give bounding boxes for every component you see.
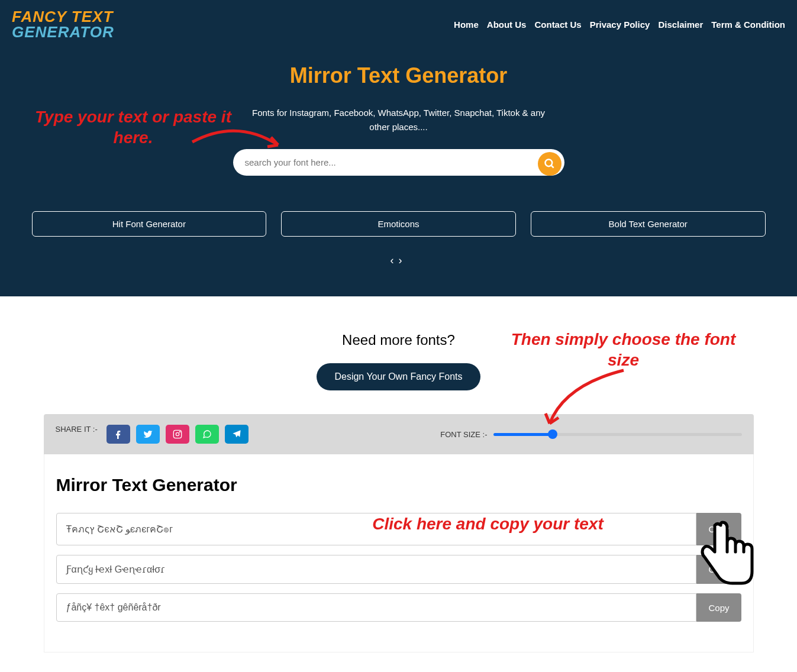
nav-about[interactable]: About Us bbox=[487, 20, 527, 30]
results-title: Mirror Text Generator bbox=[56, 475, 741, 495]
share-bar: SHARE IT :- FONT SIZE :- bbox=[44, 414, 754, 454]
share-facebook[interactable] bbox=[107, 425, 130, 444]
twitter-icon bbox=[143, 429, 153, 439]
font-size-label: FONT SIZE :- bbox=[440, 430, 487, 439]
svg-point-0 bbox=[545, 160, 552, 167]
share-twitter[interactable] bbox=[136, 425, 160, 444]
hero-section: FANCY TEXT GENERATOR Home About Us Conta… bbox=[0, 0, 797, 296]
instagram-icon bbox=[173, 429, 182, 439]
result-text[interactable]: ƒåñç¥ †êx† gêñêrå†ðr bbox=[56, 593, 697, 622]
carousel-prev[interactable]: ‹ bbox=[391, 254, 399, 266]
font-size-slider[interactable] bbox=[493, 433, 742, 436]
site-logo[interactable]: FANCY TEXT GENERATOR bbox=[12, 9, 114, 40]
page-title: Mirror Text Generator bbox=[12, 63, 785, 88]
annotation-font-size: Then simply choose the font size bbox=[493, 329, 754, 370]
copy-button[interactable]: Copy bbox=[696, 593, 741, 622]
pill-bold-text[interactable]: Bold Text Generator bbox=[531, 211, 766, 237]
search-icon bbox=[544, 158, 556, 170]
share-icons bbox=[107, 425, 249, 444]
svg-point-3 bbox=[176, 432, 179, 435]
annotation-arrow-2 bbox=[541, 367, 630, 432]
carousel-next[interactable]: › bbox=[399, 254, 407, 266]
nav-privacy[interactable]: Privacy Policy bbox=[590, 20, 650, 30]
share-left: SHARE IT :- bbox=[56, 425, 249, 444]
whatsapp-icon bbox=[202, 429, 212, 439]
logo-line-2: GENERATOR bbox=[12, 24, 114, 40]
results-panel: Mirror Text Generator Ŧคภςץ ՇєאՇ ﻮєภєгคՇ… bbox=[44, 454, 754, 652]
body-section: Need more fonts? Design Your Own Fancy F… bbox=[32, 296, 766, 672]
topbar: FANCY TEXT GENERATOR Home About Us Conta… bbox=[12, 6, 785, 51]
pill-emoticons[interactable]: Emoticons bbox=[281, 211, 516, 237]
pill-hit-font[interactable]: Hit Font Generator bbox=[32, 211, 267, 237]
annotation-arrow-1 bbox=[189, 124, 290, 160]
share-telegram[interactable] bbox=[225, 425, 249, 444]
generator-pills: Hit Font Generator Emoticons Bold Text G… bbox=[32, 211, 766, 237]
pointer-hand-icon bbox=[694, 519, 759, 596]
result-row: ƒåñç¥ †êx† gêñêrå†ðr Copy bbox=[56, 593, 741, 622]
logo-line-1: FANCY TEXT bbox=[12, 9, 114, 24]
design-own-button[interactable]: Design Your Own Fancy Fonts bbox=[317, 363, 480, 390]
nav-terms[interactable]: Term & Condition bbox=[711, 20, 785, 30]
result-row: Ƒαɳƈყ ƚҽxƚ Gҽɳҽɾαƚσɾ Copy bbox=[56, 555, 741, 584]
search-button[interactable] bbox=[538, 152, 562, 176]
nav-disclaimer[interactable]: Disclaimer bbox=[658, 20, 703, 30]
telegram-icon bbox=[232, 429, 241, 439]
page-subtitle: Fonts for Instagram, Facebook, WhatsApp,… bbox=[251, 106, 547, 134]
carousel-arrows: ‹› bbox=[12, 254, 785, 267]
facebook-icon bbox=[114, 429, 123, 439]
main-nav: Home About Us Contact Us Privacy Policy … bbox=[454, 20, 785, 30]
share-label: SHARE IT :- bbox=[56, 425, 98, 435]
share-instagram[interactable] bbox=[166, 425, 189, 444]
share-whatsapp[interactable] bbox=[195, 425, 219, 444]
annotation-copy: Click here and copy your text bbox=[364, 513, 612, 534]
nav-home[interactable]: Home bbox=[454, 20, 479, 30]
svg-point-4 bbox=[179, 431, 180, 432]
nav-contact[interactable]: Contact Us bbox=[534, 20, 581, 30]
result-text[interactable]: Ƒαɳƈყ ƚҽxƚ Gҽɳҽɾαƚσɾ bbox=[56, 555, 697, 584]
search-wrap bbox=[12, 149, 785, 176]
svg-line-1 bbox=[551, 166, 553, 168]
